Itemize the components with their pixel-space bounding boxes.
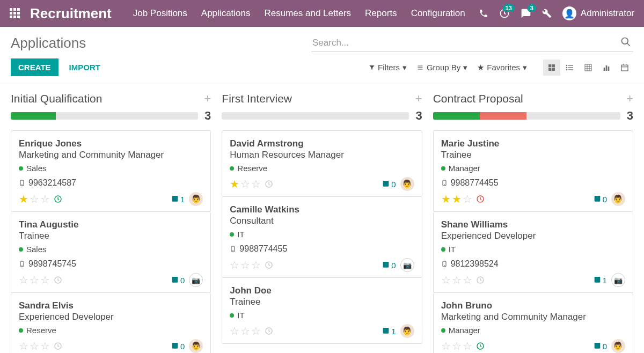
assignee-avatar[interactable]: 👨	[611, 339, 625, 353]
star-icon[interactable]: ☆	[30, 340, 39, 352]
attachments-count[interactable]: 1	[171, 195, 185, 204]
activity-clock-icon[interactable]	[264, 260, 274, 270]
attachments-count[interactable]: 1	[593, 276, 607, 285]
star-icon[interactable]: ☆	[19, 274, 28, 286]
star-icon[interactable]: ☆	[30, 193, 39, 205]
attachments-count[interactable]: 1	[382, 327, 396, 336]
star-icon[interactable]: ☆	[230, 325, 239, 337]
attachments-count[interactable]: 0	[171, 276, 185, 285]
star-icon[interactable]: ☆	[19, 340, 28, 352]
kanban-card[interactable]: David Armstrong Human Resources Manager …	[222, 130, 422, 197]
star-icon[interactable]: ☆	[463, 274, 472, 286]
nav-configuration[interactable]: Configuration	[411, 8, 465, 19]
activity-clock-icon[interactable]	[53, 341, 63, 351]
filters-button[interactable]: Filters ▾	[369, 63, 407, 72]
add-card-button[interactable]: +	[415, 92, 422, 106]
add-card-button[interactable]: +	[626, 92, 633, 106]
star-icon[interactable]: ☆	[463, 340, 472, 352]
nav-resumes[interactable]: Resumes and Letters	[265, 8, 352, 19]
column-title[interactable]: First Interview	[222, 92, 292, 105]
kanban-card[interactable]: Enrique Jones Marketing and Community Ma…	[11, 130, 211, 212]
star-icon[interactable]: ☆	[40, 340, 50, 352]
nav-job-positions[interactable]: Job Positions	[133, 8, 187, 19]
search-input[interactable]	[311, 34, 633, 52]
user-name: Administrator	[581, 8, 634, 19]
star-icon[interactable]: ★	[230, 178, 239, 190]
progress-bar[interactable]	[222, 112, 409, 120]
assignee-avatar[interactable]: 👨	[189, 192, 203, 206]
star-icon[interactable]: ☆	[463, 193, 472, 205]
activity-clock-icon[interactable]	[264, 326, 274, 336]
activity-clock-icon[interactable]	[475, 275, 485, 285]
star-icon[interactable]: ☆	[40, 274, 50, 286]
star-icon[interactable]: ☆	[240, 325, 250, 337]
star-icon[interactable]: ☆	[251, 259, 261, 271]
groupby-button[interactable]: Group By ▾	[416, 63, 467, 72]
kanban-card[interactable]: John Doe Trainee IT ☆☆☆ 1 👨	[222, 278, 422, 344]
progress-bar[interactable]	[11, 112, 198, 120]
search-icon[interactable]	[620, 36, 631, 47]
star-icon[interactable]: ☆	[30, 274, 39, 286]
nav-applications[interactable]: Applications	[201, 8, 251, 19]
attachments-count[interactable]: 0	[593, 342, 607, 351]
list-view-button[interactable]	[561, 60, 579, 76]
progress-bar[interactable]	[433, 112, 620, 120]
calendar-view-button[interactable]	[616, 60, 633, 76]
attachments-count[interactable]: 0	[171, 342, 185, 351]
star-icon[interactable]: ☆	[230, 259, 239, 271]
assignee-avatar[interactable]: 👨	[611, 192, 625, 206]
graph-view-button[interactable]	[598, 60, 615, 76]
star-icon[interactable]: ☆	[441, 340, 451, 352]
star-icon[interactable]: ☆	[452, 340, 462, 352]
kanban-card[interactable]: Tina Augustie Trainee Sales 9898745745 ☆…	[11, 212, 211, 293]
star-icon[interactable]: ☆	[251, 178, 261, 190]
activity-icon[interactable]: 13	[499, 8, 510, 19]
kanban-card[interactable]: Camille Watkins Consultant IT 9988774455…	[222, 197, 422, 278]
column-title[interactable]: Initial Qualification	[11, 92, 102, 105]
activity-clock-icon[interactable]	[475, 194, 485, 204]
nav-reports[interactable]: Reports	[365, 8, 397, 19]
attachments-count[interactable]: 0	[382, 261, 396, 270]
assignee-avatar-empty[interactable]: 📷	[611, 273, 625, 287]
apps-icon[interactable]	[10, 8, 20, 19]
activity-clock-icon[interactable]	[475, 341, 485, 351]
star-icon[interactable]: ☆	[452, 274, 462, 286]
phone-icon[interactable]	[479, 9, 488, 18]
activity-clock-icon[interactable]	[53, 275, 63, 285]
attachments-count[interactable]: 0	[593, 195, 607, 204]
star-icon[interactable]: ★	[441, 193, 451, 205]
assignee-avatar[interactable]: 👨	[400, 177, 414, 191]
kanban-card[interactable]: Marie Justine Trainee Manager 9988774455…	[433, 130, 633, 212]
attachments-count[interactable]: 0	[382, 180, 396, 189]
chat-icon[interactable]: 3	[521, 8, 531, 19]
assignee-avatar-empty[interactable]: 📷	[400, 258, 414, 272]
assignee-avatar[interactable]: 👨	[189, 339, 203, 353]
grid-view-button[interactable]	[580, 60, 597, 76]
favorites-button[interactable]: ★ Favorites ▾	[477, 63, 527, 72]
debug-icon[interactable]	[542, 9, 552, 18]
activity-clock-icon[interactable]	[264, 179, 274, 189]
add-card-button[interactable]: +	[204, 92, 211, 106]
activity-clock-icon[interactable]	[53, 194, 63, 204]
candidate-role: Experienced Developer	[19, 312, 203, 322]
user-menu[interactable]: 👤 Administrator	[562, 6, 634, 20]
create-button[interactable]: CREATE	[11, 58, 58, 76]
star-icon[interactable]: ★	[19, 193, 28, 205]
star-icon[interactable]: ☆	[240, 259, 250, 271]
svg-rect-1	[13, 8, 16, 11]
star-icon[interactable]: ☆	[40, 193, 50, 205]
kanban-view-button[interactable]	[543, 60, 560, 76]
star-icon[interactable]: ★	[452, 193, 462, 205]
import-button[interactable]: IMPORT	[69, 63, 100, 72]
assignee-avatar-empty[interactable]: 📷	[189, 273, 203, 287]
phone-row: 9988774455	[441, 178, 625, 188]
column-title[interactable]: Contract Proposal	[433, 92, 523, 105]
star-icon[interactable]: ☆	[441, 274, 451, 286]
kanban-card[interactable]: John Bruno Marketing and Community Manag…	[433, 293, 633, 353]
kanban-card[interactable]: Sandra Elvis Experienced Developer Reser…	[11, 293, 211, 353]
star-icon[interactable]: ☆	[251, 325, 261, 337]
phone-number: 9812398524	[451, 259, 499, 269]
kanban-card[interactable]: Shane Williams Experienced Developer IT …	[433, 212, 633, 293]
assignee-avatar[interactable]: 👨	[400, 324, 414, 338]
star-icon[interactable]: ☆	[240, 178, 250, 190]
